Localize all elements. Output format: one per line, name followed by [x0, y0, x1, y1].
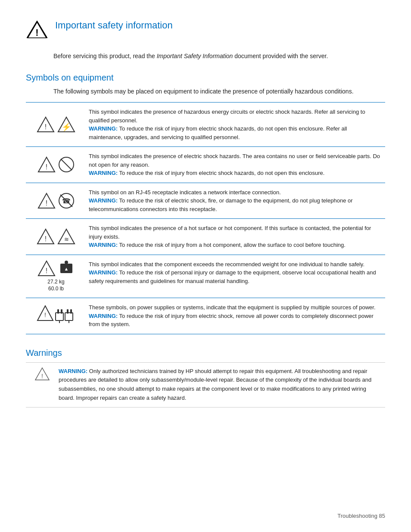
desc-cell: This symbol indicates the presence of el…: [82, 147, 385, 183]
desc-cell: These symbols, on power supplies or syst…: [82, 298, 385, 334]
svg-text:!: !: [41, 373, 43, 380]
symbol-cell: ! ≋: [26, 219, 82, 255]
symbol-icons: !: [34, 305, 78, 327]
svg-rect-29: [56, 313, 63, 320]
svg-text:!: !: [46, 199, 47, 207]
symbols-intro: The following symbols may be placed on e…: [53, 87, 385, 96]
svg-line-12: [61, 159, 72, 170]
symbol-cell: ! ☎: [26, 183, 82, 219]
weight-label: 27.2 kg60.0 lb: [34, 278, 78, 293]
warning-icon-large: !: [26, 19, 48, 43]
hazard-icon: !: [37, 260, 56, 277]
svg-rect-33: [65, 313, 73, 320]
table-row: ! ≋ This symbol indicates the presence o…: [26, 219, 385, 255]
hazard-icon: !: [37, 193, 56, 209]
hazard-icon: !: [37, 116, 55, 133]
symbol-icons: ! ☎: [34, 193, 78, 209]
page-footer: Troubleshooting 85: [337, 513, 385, 519]
symbol-cell: !: [26, 147, 82, 183]
svg-rect-34: [67, 309, 68, 314]
symbols-table: ! ⚡ This symbol indicates the presence o…: [26, 102, 385, 334]
table-row: ! ▲ 27.2 kg60.0 lb This symbol indicates…: [26, 255, 385, 298]
svg-text:▲: ▲: [64, 266, 69, 271]
page-title: Important safety information: [55, 17, 173, 31]
svg-rect-30: [57, 309, 59, 314]
phone-no-icon: ☎: [58, 193, 75, 209]
desc-cell: This symbol indicates that the component…: [82, 255, 385, 298]
warnings-table: ! WARNING: Only authorized technicians t…: [26, 362, 385, 408]
hot-surface-icon: ≋: [57, 228, 75, 245]
table-row: ! This symbol indicates the presence of …: [26, 147, 385, 183]
symbol-cell: ! ⚡: [26, 103, 82, 147]
symbol-icons: ! ⚡: [34, 116, 78, 133]
svg-text:!: !: [46, 163, 47, 171]
symbol-icons: !: [34, 156, 78, 173]
table-row: ! WARNING: Only authorized technicians t…: [26, 362, 385, 407]
symbols-heading: Symbols on equipment: [26, 73, 385, 83]
hazard-icon: !: [37, 156, 56, 173]
svg-text:≋: ≋: [64, 236, 69, 243]
lightning-icon: ⚡: [57, 116, 75, 133]
warnings-heading: Warnings: [26, 348, 385, 358]
svg-text:!: !: [45, 235, 47, 243]
svg-text:!: !: [46, 267, 47, 274]
table-row: ! ☎ This symbol on an RJ-45 receptacle i…: [26, 183, 385, 219]
svg-point-25: [65, 261, 68, 264]
desc-cell: This symbol on an RJ-45 receptacle indic…: [82, 183, 385, 219]
symbol-cell: ! ▲ 27.2 kg60.0 lb: [26, 255, 82, 298]
svg-text:!: !: [44, 311, 46, 318]
warn-desc-cell: WARNING: Only authorized technicians tra…: [54, 362, 385, 407]
power-multi-icon: !: [37, 305, 75, 327]
weight-icon: ▲: [58, 260, 75, 277]
desc-cell: This symbol indicates the presence of ha…: [82, 103, 385, 147]
svg-text:!: !: [45, 123, 47, 131]
symbol-cell: !: [26, 298, 82, 334]
svg-rect-35: [70, 309, 72, 314]
svg-text:!: !: [35, 27, 38, 38]
table-row: ! These symbols, on power supplies or sy…: [26, 298, 385, 334]
warning-triangle-icon: !: [34, 367, 50, 381]
symbol-icons: ! ≋: [34, 228, 78, 245]
hazard-icon: !: [37, 228, 55, 245]
svg-text:⚡: ⚡: [62, 122, 72, 132]
important-subtitle: Before servicing this product, read the …: [53, 52, 385, 61]
important-header: ! Important safety information: [26, 17, 385, 43]
warn-icon-cell: !: [26, 362, 54, 407]
table-row: ! ⚡ This symbol indicates the presence o…: [26, 103, 385, 147]
no-entry-icon: [58, 156, 75, 173]
symbol-icons: ! ▲: [34, 260, 78, 277]
desc-cell: This symbol indicates the presence of a …: [82, 219, 385, 255]
svg-rect-31: [61, 309, 62, 314]
